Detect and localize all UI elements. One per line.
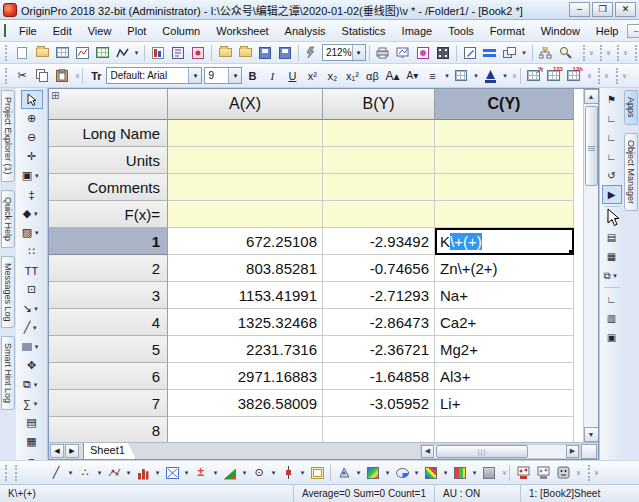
add-new-column-icon[interactable] — [524, 66, 544, 85]
plot-template-icon[interactable] — [112, 43, 132, 62]
line-symbol-plot-dropdown[interactable]: ▾ — [124, 469, 133, 477]
copy-graph-icon[interactable] — [413, 43, 433, 62]
row-header-6[interactable]: 6 — [49, 363, 168, 390]
new-matrix-icon[interactable] — [92, 43, 112, 62]
cell-A2[interactable]: 803.85281 — [168, 255, 323, 282]
column-plot-dropdown[interactable]: ▾ — [153, 469, 162, 477]
error-bar-plot-dropdown[interactable]: ▾ — [211, 469, 220, 477]
column-toolbar-overflow[interactable]: » — [588, 71, 591, 80]
plot-3d-pie-dropdown[interactable]: ▾ — [412, 469, 421, 477]
bold-button[interactable]: B — [242, 66, 262, 85]
menu-column[interactable]: Column — [155, 22, 207, 40]
line-tool-icon[interactable]: ╱▾ — [21, 318, 43, 337]
subscript-button[interactable]: x₂ — [322, 66, 342, 85]
toggle-mask-icon[interactable] — [553, 463, 573, 483]
polar-plot-icon[interactable]: ⊙ — [249, 463, 269, 483]
save-template-icon[interactable] — [275, 43, 295, 62]
open-icon[interactable] — [215, 43, 235, 62]
new-project-icon[interactable] — [12, 43, 32, 62]
menu-edit[interactable]: Edit — [46, 22, 79, 40]
add-top-x-layer-icon[interactable]: ∟ — [602, 147, 622, 166]
data-selector-tool-icon[interactable]: ◆▾ — [21, 204, 43, 223]
video-builder-icon[interactable] — [433, 43, 453, 62]
cell-A7[interactable]: 3826.58009 — [168, 390, 323, 417]
toolbar-overflow-5[interactable]: » — [595, 68, 608, 84]
vertical-scroll-thumb[interactable] — [585, 106, 598, 186]
open-template-icon[interactable] — [235, 43, 255, 62]
find-icon[interactable] — [556, 43, 576, 62]
plot-3d-surface-icon[interactable] — [363, 463, 383, 483]
font-color-button[interactable] — [480, 66, 500, 85]
text-box-tool-icon[interactable]: ⊡ — [21, 280, 43, 299]
area-plot-icon[interactable] — [220, 463, 240, 483]
toolbar-overflow-1[interactable]: » — [580, 45, 593, 61]
error-bar-plot-icon[interactable] — [191, 463, 211, 483]
close-button[interactable]: ✕ — [615, 2, 636, 17]
cell-C2[interactable]: Zn\+(2+) — [435, 255, 574, 282]
merge-graphs-icon[interactable]: ⧉▾ — [602, 266, 622, 285]
row-label-comments[interactable]: Comments — [49, 174, 168, 201]
edit-annotation-icon[interactable] — [460, 43, 480, 62]
mask-range-icon[interactable] — [513, 463, 533, 483]
align-button[interactable]: ≡ — [422, 66, 442, 85]
plot-3d-surface-dropdown[interactable]: ▾ — [383, 469, 392, 477]
row-label-units[interactable]: Units — [49, 147, 168, 174]
font-name-combo[interactable]: Default: Arial ▾ — [106, 67, 202, 84]
zoom-out-tool-icon[interactable]: ⊖ — [21, 128, 43, 147]
cell-B7[interactable]: -3.05952 — [323, 390, 435, 417]
toolbar-grip[interactable] — [5, 68, 9, 84]
print-icon[interactable] — [373, 43, 393, 62]
insert-equation-tool-icon[interactable]: ∑▾ — [21, 394, 43, 413]
row-header-8[interactable]: 8 — [49, 417, 168, 442]
tab-messages-log[interactable]: Messages Log — [1, 256, 15, 329]
contour-plot-dropdown[interactable]: ▾ — [441, 469, 450, 477]
new-graph-icon[interactable] — [72, 43, 92, 62]
menu-plot[interactable]: Plot — [120, 22, 153, 40]
workbook-icon[interactable] — [4, 24, 6, 37]
cell-longname-C[interactable] — [435, 120, 574, 147]
tab-object-manager[interactable]: Object Manager — [624, 133, 638, 211]
bottom-toolbar-overflow[interactable]: » — [585, 465, 598, 481]
pointer-tool-icon[interactable] — [21, 90, 43, 109]
cell-comments-B[interactable] — [323, 174, 435, 201]
scroll-right-icon[interactable]: ▶ — [566, 445, 579, 458]
row-header-4[interactable]: 4 — [49, 309, 168, 336]
cell-C4[interactable]: Ca2+ — [435, 309, 574, 336]
fit-page-icon[interactable]: ▣ — [602, 328, 622, 347]
row-label-fx[interactable]: F(x)= — [49, 201, 168, 228]
set-column-digits-icon[interactable]: 123 — [544, 66, 564, 85]
template-library-dropdown[interactable]: ▾ — [182, 469, 191, 477]
menu-image[interactable]: Image — [395, 22, 440, 40]
cell-units-A[interactable] — [168, 147, 323, 174]
cell-A4[interactable]: 1325.32468 — [168, 309, 323, 336]
cell-fx-B[interactable] — [323, 201, 435, 228]
border-dropdown[interactable]: ▾ — [471, 72, 480, 80]
layout-single-icon[interactable]: ▭ — [602, 209, 622, 228]
layer-arrange-dropdown[interactable]: ▾ — [520, 49, 529, 57]
decrease-font-button[interactable]: A▾ — [402, 66, 422, 85]
zoom-dropdown-icon[interactable]: ▾ — [352, 45, 365, 60]
insert-word-object-icon[interactable]: ▤ — [21, 413, 43, 432]
layer-arrange-icon[interactable] — [500, 43, 520, 62]
cell-C3[interactable]: Na+ — [435, 282, 574, 309]
layer-management-icon[interactable]: ▥ — [602, 309, 622, 328]
unmask-range-icon[interactable] — [533, 463, 553, 483]
cell-B2[interactable]: -0.74656 — [323, 255, 435, 282]
annotation-tool-icon[interactable]: ▣▾ — [21, 166, 43, 185]
subsuperscript-button[interactable]: x₁² — [342, 66, 362, 85]
tab-project-explorer[interactable]: Project Explorer (1) — [1, 90, 15, 182]
pan-tool-icon[interactable]: ✥ — [21, 356, 43, 375]
plot-3d-scatter-icon[interactable] — [334, 463, 354, 483]
menu-analysis[interactable]: Analysis — [278, 22, 333, 40]
digitize-image-icon[interactable] — [188, 43, 208, 62]
toolbar-grip[interactable] — [15, 465, 19, 481]
font-color-dropdown[interactable]: ▾ — [500, 72, 509, 80]
toolbar-overflow-4[interactable]: » — [632, 45, 639, 61]
new-layer-icon[interactable]: ∟ — [602, 109, 622, 128]
row-header-3[interactable]: 3 — [49, 282, 168, 309]
line-plot-dropdown[interactable]: ▾ — [66, 469, 75, 477]
layout-double-icon[interactable]: ▤ — [602, 228, 622, 247]
edit-cell-handle[interactable] — [569, 250, 573, 254]
column-header-B[interactable]: B(Y) — [323, 89, 435, 120]
cell-B3[interactable]: -2.71293 — [323, 282, 435, 309]
